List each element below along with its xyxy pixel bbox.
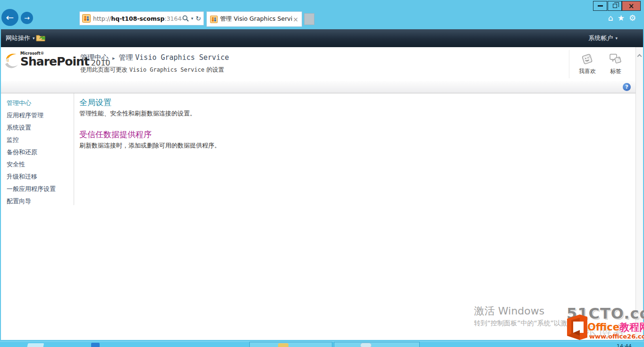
tab-favicon-icon [210,16,218,23]
chevron-down-icon: ▾ [615,36,618,41]
sidebar-item-system-settings[interactable]: 系统设置 [1,122,74,134]
ribbon-strip: ? [1,81,636,93]
browser-titlebar: × ← → http://hq-t108-scomsp:31644/_admin… [0,0,644,29]
settings-gear-icon[interactable]: ⚙ [629,13,636,23]
url-protocol: http:// [93,15,111,22]
tags-icon [609,53,622,66]
restore-icon [613,4,617,8]
breadcrumb-page-zh: 管理 [119,53,133,62]
trusted-data-providers-link[interactable]: 受信任数据提供程序 [79,129,152,140]
sidebar-item-general-app-settings[interactable]: 一般应用程序设置 [1,183,74,195]
help-button[interactable]: ? [623,83,631,91]
global-settings-link[interactable]: 全局设置 [79,97,111,108]
url-path: :31644/_admin/VisioService [164,15,182,22]
back-arrow-icon: ← [6,12,14,23]
folder-up-icon [36,33,45,41]
subtitle-en: Visio Graphics Service [129,66,204,73]
help-icon: ? [625,84,628,90]
activate-windows-subtitle: 转到“控制面板”中的“系统”以激活 [474,319,574,328]
sharepoint-wordmark: SharePoint [20,56,89,68]
minimize-icon [598,5,603,7]
tags-notes-button[interactable]: 标签 [609,50,622,78]
taskbar: 14:44 [0,341,644,347]
scroll-up-icon[interactable] [637,54,642,59]
settings-link-list: 全局设置 管理性能、安全性和刷新数据连接的设置。 受信任数据提供程序 刷新数据连… [79,93,504,157]
address-bar[interactable]: http://hq-t108-scomsp:31644/_admin/Visio… [79,11,204,25]
folder-app-icon [278,343,288,347]
breadcrumb-separator-icon: ▸ [112,55,115,61]
favorites-star-icon[interactable]: ★ [618,13,625,23]
office-logo-icon [566,314,588,340]
smiley-tag-icon [581,53,594,66]
window-border-left [0,29,1,340]
taskbar-button-1[interactable] [249,342,332,347]
close-button[interactable]: × [622,1,641,11]
office26-title-en: Office [587,322,619,333]
page-content: 管理中心 应用程序管理 系统设置 监控 备份和还原 安全性 升级和迁移 一般应用… [1,93,636,340]
autocomplete-dropdown-icon[interactable]: ▾ [191,16,194,21]
breadcrumb-page-en: Visio Graphics Service [135,53,229,62]
global-settings-description: 管理性能、安全性和刷新数据连接的设置。 [79,109,504,118]
office26-url: www.office26.com [589,333,644,340]
url-host: hq-t108-scomsp [111,15,164,22]
sidebar-item-monitoring[interactable]: 监控 [1,134,74,146]
i-like-it-label: 我喜欢 [579,67,596,75]
refresh-icon[interactable]: ↻ [195,15,201,22]
subtitle-post: 的设置 [206,66,224,73]
i-like-it-button[interactable]: 我喜欢 [579,50,596,78]
watermark-office26: Office教程网 www.office26.com [566,313,644,347]
user-account-menu[interactable]: 系统帐户 ▾ [588,34,618,42]
sharepoint-topbar: 网站操作 ▾ 系统帐户 ▾ [0,29,644,47]
vertical-scrollbar[interactable] [636,47,643,340]
url-text[interactable]: http://hq-t108-scomsp:31644/_admin/Visio… [93,15,182,22]
breadcrumb-root-link[interactable]: 管理中心 [80,53,109,62]
page-subtitle: 使用此页面可更改Visio Graphics Service的设置 [80,66,224,74]
browser-app-icon [360,343,372,347]
restore-button[interactable] [608,1,622,11]
account-label: 系统帐户 [588,34,613,42]
site-actions-menu[interactable]: 网站操作 ▾ [6,34,35,42]
page-header: Microsoft® SharePoint 2010 管理中心▸管理 Visio… [1,47,636,81]
new-tab-button[interactable] [304,13,314,25]
browser-tab[interactable]: 管理 Visio Graphics Servi... × [206,11,302,27]
trusted-data-providers-description: 刷新数据连接时，添加或删除可用的数据提供程序。 [79,141,504,150]
search-icon[interactable] [182,15,189,22]
back-button[interactable]: ← [1,9,18,26]
sidebar-item-upgrade-migration[interactable]: 升级和迁移 [1,171,74,183]
sidebar-item-central-admin[interactable]: 管理中心 [1,97,74,109]
navigate-up-button[interactable] [36,33,45,43]
taskbar-button-2[interactable] [334,342,420,347]
home-icon[interactable]: ⌂ [608,13,613,23]
sidebar-item-app-management[interactable]: 应用程序管理 [1,109,74,122]
close-icon: × [628,2,635,10]
tab-title: 管理 Visio Graphics Servi... [220,15,293,23]
pinned-app-icon[interactable] [91,343,100,347]
office26-title: Office教程网 [587,321,644,334]
sharepoint-swoosh-icon [4,52,19,72]
subtitle-pre: 使用此页面可更改 [80,66,127,73]
sidebar-item-security[interactable]: 安全性 [1,158,74,171]
forward-button[interactable]: → [21,12,33,24]
breadcrumb: 管理中心▸管理 Visio Graphics Service [80,53,229,62]
office26-title-zh: 教程网 [619,322,644,333]
social-actions: 我喜欢 标签 [569,50,622,78]
sidebar-item-config-wizard[interactable]: 配置向导 [1,195,74,207]
minimize-button[interactable] [593,1,607,11]
start-button-icon[interactable] [27,343,44,347]
tags-label: 标签 [610,67,621,75]
chevron-down-icon: ▾ [33,36,35,41]
quick-launch-sidebar: 管理中心 应用程序管理 系统设置 监控 备份和还原 安全性 升级和迁移 一般应用… [1,93,74,205]
site-actions-label: 网站操作 [6,34,30,42]
sharepoint-favicon-icon [82,14,91,23]
tab-close-icon[interactable]: × [293,16,298,23]
activate-windows-title: 激活 Windows [474,304,544,318]
forward-arrow-icon: → [24,14,30,22]
sidebar-item-backup-restore[interactable]: 备份和还原 [1,146,74,158]
